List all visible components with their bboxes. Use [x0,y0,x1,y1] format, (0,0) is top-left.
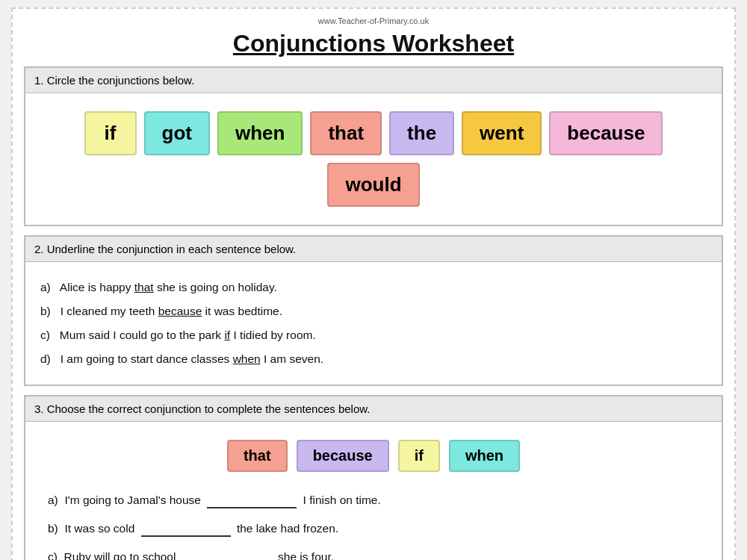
conj-2c: if [224,329,230,341]
conj-2b: because [158,305,202,317]
conj-2a: that [134,281,154,293]
section-2: 2. Underline the conjunction in each sen… [24,235,723,386]
fill-sentence-3a: a) I'm going to Jamal's house I finish o… [48,487,699,515]
tile-went: went [462,111,542,155]
section-2-heading: 2. Underline the conjunction in each sen… [25,237,722,262]
tile-got: got [144,111,210,155]
option-because: because [297,440,389,472]
section-3: 3. Choose the correct conjunction to com… [24,395,723,560]
letter-2b: b) [40,305,57,317]
sentence-2a: a) Alice is happy that she is going on h… [40,276,707,299]
tile-the: the [389,111,454,155]
option-that: that [227,440,288,472]
fill-sentence-list: a) I'm going to Jamal's house I finish o… [40,485,707,560]
letter-2a: a) [40,281,57,293]
sentence-2b: b) I cleaned my teeth because it was bed… [40,299,707,323]
conjunction-options: that because if when [40,440,707,472]
tile-when: when [217,111,303,155]
conj-2d: when [233,352,261,365]
option-if: if [398,440,440,472]
letter-2d: d) [40,352,57,365]
sentence-list-2: a) Alice is happy that she is going on h… [40,273,707,374]
section-1: 1. Circle the conjunctions below. if got… [24,66,723,226]
worksheet-page: www.Teacher-of-Primary.co.uk Conjunction… [11,7,736,560]
blank-3b [141,522,231,537]
sentence-2d: d) I am going to start dance classes whe… [40,347,707,371]
tile-that: that [310,111,382,155]
section-3-heading: 3. Choose the correct conjunction to com… [25,396,722,422]
tile-would: would [327,163,419,207]
letter-2c: c) [40,329,57,341]
section-1-heading: 1. Circle the conjunctions below. [25,68,722,93]
sentence-2c: c) Mum said I could go to the park if I … [40,323,707,347]
tile-because: because [549,111,663,155]
blank-3a [207,494,297,508]
top-url: www.Teacher-of-Primary.co.uk [24,16,723,25]
tile-if: if [84,111,137,155]
fill-sentence-3b: b) It was so cold the lake had frozen. [48,515,699,544]
word-tiles-container: if got when that the went because would [40,104,707,214]
option-when: when [449,440,520,472]
fill-sentence-3c: c) Ruby will go to school she is four. [48,544,699,560]
blank-3c [182,550,272,560]
page-title: Conjunctions Worksheet [24,30,723,57]
